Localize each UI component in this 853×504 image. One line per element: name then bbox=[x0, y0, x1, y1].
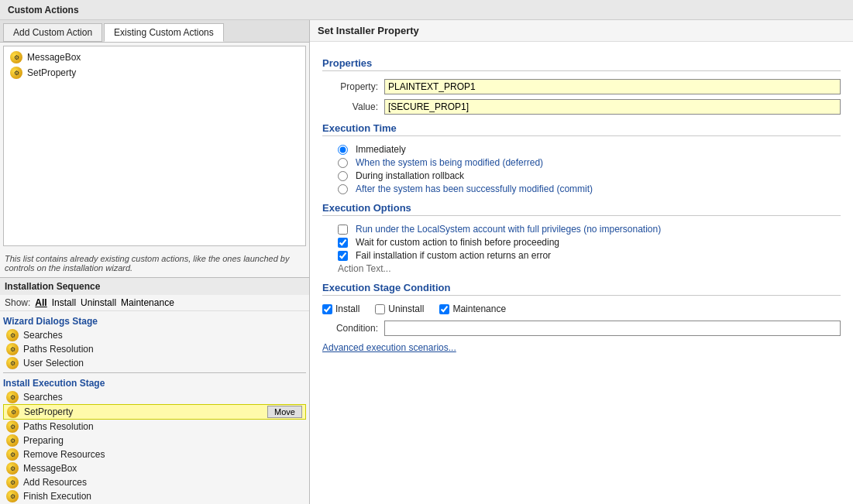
condition-label: Condition: bbox=[322, 323, 384, 334]
messagebox-label: MessageBox bbox=[27, 52, 81, 63]
condition-input[interactable] bbox=[384, 321, 841, 336]
property-row: Property: bbox=[322, 79, 841, 94]
seq-install-remove-resources[interactable]: ⚙ Remove Resources bbox=[3, 447, 306, 461]
value-label: Value: bbox=[322, 101, 384, 112]
radio-deferred-label: When the system is being modified (defer… bbox=[356, 157, 543, 168]
checkbox-fail-input[interactable] bbox=[338, 251, 348, 261]
seq-install-paths[interactable]: ⚙ Paths Resolution bbox=[3, 420, 306, 434]
list-item-messagebox[interactable]: ⚙ MessageBox bbox=[7, 50, 302, 65]
stage-uninstall-check: Uninstall bbox=[375, 303, 424, 314]
install-setproperty-icon: ⚙ bbox=[7, 406, 19, 418]
tab-add-custom-action[interactable]: Add Custom Action bbox=[3, 23, 102, 42]
filter-all[interactable]: All bbox=[35, 297, 46, 308]
stage-uninstall-label: Uninstall bbox=[388, 303, 424, 314]
list-note: This list contains already existing cust… bbox=[0, 249, 309, 277]
seq-install-messagebox[interactable]: ⚙ MessageBox bbox=[3, 461, 306, 475]
section-execution-time-title: Execution Time bbox=[322, 122, 841, 136]
radio-commit-label: After the system has been successfully m… bbox=[356, 183, 593, 194]
left-panel: Add Custom Action Existing Custom Action… bbox=[0, 20, 310, 504]
seq-wizard-usersel[interactable]: ⚙ User Selection bbox=[3, 356, 306, 370]
seq-install-add-resources[interactable]: ⚙ Add Resources bbox=[3, 475, 306, 489]
property-label: Property: bbox=[322, 81, 384, 92]
section-exec-stage-cond-title: Execution Stage Condition bbox=[322, 282, 841, 296]
right-title: Set Installer Property bbox=[310, 20, 853, 42]
wizard-usersel-icon: ⚙ bbox=[6, 357, 19, 369]
checkbox-localsystem-input[interactable] bbox=[338, 225, 348, 235]
right-panel: Set Installer Property Properties Proper… bbox=[310, 20, 853, 504]
radio-rollback: During installation rollback bbox=[338, 170, 841, 181]
tab-existing-custom-actions[interactable]: Existing Custom Actions bbox=[104, 23, 224, 42]
filter-uninstall[interactable]: Uninstall bbox=[81, 297, 116, 308]
list-item-setproperty[interactable]: ⚙ SetProperty bbox=[7, 65, 302, 81]
checkbox-fail: Fail installation if custom action retur… bbox=[338, 250, 841, 261]
show-label: Show: bbox=[5, 297, 30, 308]
stage-install-execution: Install Execution Stage bbox=[3, 378, 306, 389]
install-remove-icon: ⚙ bbox=[6, 448, 19, 461]
section-properties-title: Properties bbox=[322, 57, 841, 71]
checkbox-localsystem-label: Run under the LocalSystem account with f… bbox=[356, 224, 661, 235]
show-bar: Show: All Install Uninstall Maintenance bbox=[0, 295, 309, 311]
stage-install-checkbox[interactable] bbox=[322, 304, 332, 314]
setproperty-label: SetProperty bbox=[27, 67, 76, 78]
stage-maintenance-label: Maintenance bbox=[452, 303, 506, 314]
stage-install-check: Install bbox=[322, 303, 359, 314]
stage-wizard-dialogs: Wizard Dialogs Stage bbox=[3, 316, 306, 327]
radio-rollback-input[interactable] bbox=[338, 171, 348, 181]
seq-wizard-paths[interactable]: ⚙ Paths Resolution bbox=[3, 342, 306, 356]
wizard-searches-icon: ⚙ bbox=[6, 329, 19, 341]
checkbox-wait-input[interactable] bbox=[338, 238, 348, 248]
main-container: Custom Actions Add Custom Action Existin… bbox=[0, 0, 853, 504]
radio-rollback-label: During installation rollback bbox=[356, 170, 464, 181]
existing-list-area: ⚙ MessageBox ⚙ SetProperty bbox=[3, 46, 306, 246]
exec-stage-checkboxes: Install Uninstall Maintenance bbox=[322, 303, 841, 314]
checkbox-localsystem: Run under the LocalSystem account with f… bbox=[338, 224, 841, 235]
install-preparing-icon: ⚙ bbox=[6, 434, 19, 447]
install-add-icon: ⚙ bbox=[6, 476, 19, 489]
install-searches-icon: ⚙ bbox=[6, 391, 19, 403]
section-execution-options-title: Execution Options bbox=[322, 202, 841, 216]
install-paths-icon: ⚙ bbox=[6, 420, 19, 433]
property-input[interactable] bbox=[384, 79, 841, 94]
title-text: Custom Actions bbox=[8, 5, 79, 15]
condition-row: Condition: bbox=[322, 321, 841, 336]
seq-install-setproperty[interactable]: ⚙ SetProperty Move bbox=[3, 404, 306, 420]
tabs-bar: Add Custom Action Existing Custom Action… bbox=[0, 20, 309, 43]
radio-commit-input[interactable] bbox=[338, 184, 348, 194]
action-text-link[interactable]: Action Text... bbox=[338, 263, 841, 274]
sequence-list: Wizard Dialogs Stage ⚙ Searches ⚙ Paths … bbox=[0, 311, 309, 504]
radio-commit: After the system has been successfully m… bbox=[338, 183, 841, 194]
checkbox-wait: Wait for custom action to finish before … bbox=[338, 237, 841, 248]
seq-wizard-searches[interactable]: ⚙ Searches bbox=[3, 328, 306, 342]
seq-install-searches[interactable]: ⚙ Searches bbox=[3, 390, 306, 404]
stage-uninstall-checkbox[interactable] bbox=[375, 304, 385, 314]
advanced-link[interactable]: Advanced execution scenarios... bbox=[322, 342, 456, 353]
radio-deferred: When the system is being modified (defer… bbox=[338, 157, 841, 168]
checkbox-fail-label: Fail installation if custom action retur… bbox=[356, 250, 551, 261]
install-messagebox-icon: ⚙ bbox=[6, 462, 19, 475]
seq-install-finish[interactable]: ⚙ Finish Execution bbox=[3, 489, 306, 503]
installation-sequence-header: Installation Sequence bbox=[0, 277, 309, 295]
messagebox-icon: ⚙ bbox=[10, 51, 22, 63]
stage-maintenance-checkbox[interactable] bbox=[439, 304, 449, 314]
wizard-paths-icon: ⚙ bbox=[6, 343, 19, 355]
radio-immediately-label: Immediately bbox=[356, 144, 406, 155]
seq-install-preparing[interactable]: ⚙ Preparing bbox=[3, 434, 306, 447]
stage-maintenance-check: Maintenance bbox=[439, 303, 506, 314]
move-button[interactable]: Move bbox=[267, 406, 302, 418]
right-content: Properties Property: Value: Execution Ti… bbox=[310, 42, 853, 504]
value-input[interactable] bbox=[384, 99, 841, 115]
radio-immediately: Immediately bbox=[338, 144, 841, 155]
install-finish-icon: ⚙ bbox=[6, 490, 19, 502]
content-area: Add Custom Action Existing Custom Action… bbox=[0, 20, 853, 504]
title-bar: Custom Actions bbox=[0, 0, 853, 20]
setproperty-icon: ⚙ bbox=[10, 67, 22, 79]
filter-install[interactable]: Install bbox=[52, 297, 76, 308]
stage-install-label: Install bbox=[335, 303, 359, 314]
filter-maintenance[interactable]: Maintenance bbox=[121, 297, 174, 308]
value-row: Value: bbox=[322, 99, 841, 115]
checkbox-wait-label: Wait for custom action to finish before … bbox=[356, 237, 559, 248]
radio-deferred-input[interactable] bbox=[338, 158, 348, 168]
radio-immediately-input[interactable] bbox=[338, 145, 348, 155]
